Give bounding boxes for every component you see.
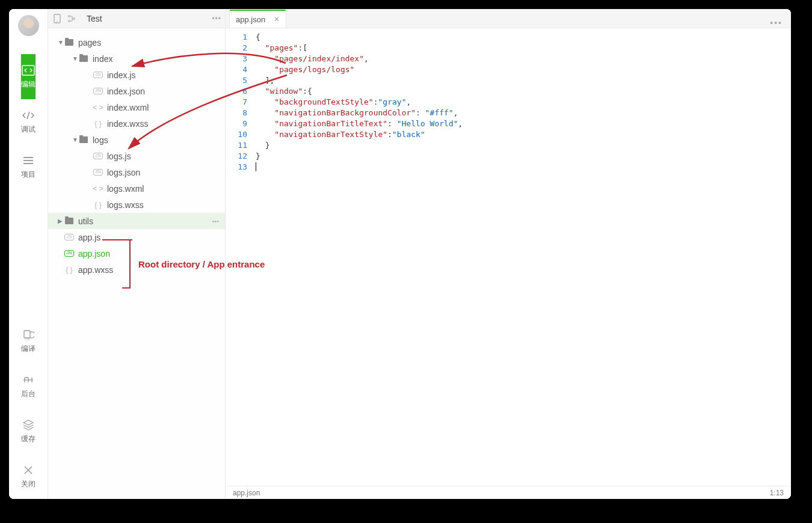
svg-point-13 xyxy=(73,17,75,19)
rail-label: 关闭 xyxy=(21,479,35,489)
tree-label: logs.wxss xyxy=(107,200,144,210)
folder-icon xyxy=(78,136,89,143)
tab-appjson[interactable]: app.json ✕ xyxy=(229,10,286,28)
tree-icon[interactable] xyxy=(66,13,77,24)
file-icon: JN xyxy=(93,169,103,176)
file-icon: { } xyxy=(64,266,75,274)
rail-icon xyxy=(22,373,35,387)
rail-bottom-2[interactable]: 缓存 xyxy=(21,409,35,454)
file-icon: JS xyxy=(93,153,103,159)
svg-point-10 xyxy=(57,20,58,22)
rail-icon xyxy=(22,418,35,432)
svg-rect-0 xyxy=(22,66,34,75)
tree-label: logs xyxy=(93,135,108,145)
more-icon[interactable]: ••• xyxy=(212,218,219,225)
file-logs.wxml[interactable]: < >logs.wxml xyxy=(48,180,225,197)
annotation-bracket xyxy=(122,240,131,289)
tree-label: index.wxml xyxy=(107,103,149,112)
rail-bottom-1[interactable]: 后台 xyxy=(21,364,35,409)
rail-item-1[interactable]: 调试 xyxy=(21,99,35,144)
tree-label: logs.wxml xyxy=(107,184,144,194)
tree-label: index.wxss xyxy=(107,119,148,129)
rail-icon: ○= xyxy=(22,328,35,341)
rail-icon xyxy=(22,64,35,77)
explorer-more-icon[interactable]: ••• xyxy=(212,14,221,23)
tree-label: index xyxy=(93,54,112,64)
code-editor[interactable]: 12345678910111213 { "pages":[ "pages/ind… xyxy=(226,28,791,486)
rail-icon xyxy=(22,463,35,477)
file-icon: { } xyxy=(93,201,103,209)
rail-item-0[interactable]: 编辑 xyxy=(21,54,35,99)
explorer-header: Test ••• xyxy=(48,9,225,28)
folder-icon xyxy=(64,218,75,224)
rail-label: 后台 xyxy=(21,389,35,399)
annotation-text: Root directory / App entrance xyxy=(138,259,265,269)
rail-item-2[interactable]: 项目 xyxy=(21,144,35,189)
chevron-icon: ▼ xyxy=(58,39,64,46)
tree-label: app.wxss xyxy=(78,265,113,275)
tree-label: app.js xyxy=(78,233,100,242)
file-icon: JS xyxy=(93,72,103,78)
file-index.js[interactable]: JSindex.js xyxy=(48,67,225,83)
file-icon: JN xyxy=(64,250,75,257)
rail-label: 调试 xyxy=(21,124,35,135)
tree-label: logs.json xyxy=(107,168,140,177)
rail-label: 编辑 xyxy=(21,79,35,90)
rail-label: 项目 xyxy=(21,170,35,180)
file-index.json[interactable]: JNindex.json xyxy=(48,83,225,99)
tree-label: utils xyxy=(78,216,93,226)
rail-label: 缓存 xyxy=(21,434,35,444)
annotation-bracket-top xyxy=(102,239,132,240)
rail-icon xyxy=(22,154,35,167)
folder-utils[interactable]: ▶utils••• xyxy=(48,213,225,229)
file-index.wxss[interactable]: { }index.wxss xyxy=(48,115,225,132)
svg-point-12 xyxy=(69,20,70,22)
file-icon: JN xyxy=(93,88,103,94)
file-logs.js[interactable]: JSlogs.js xyxy=(48,148,225,164)
code-content: { "pages":[ "pages/index/index", "pages/… xyxy=(256,32,791,486)
explorer-title: Test xyxy=(81,14,212,23)
file-explorer: Test ••• ▼pages▼indexJSindex.jsJNindex.j… xyxy=(48,9,226,499)
chevron-icon: ▼ xyxy=(72,136,78,143)
folder-logs[interactable]: ▼logs xyxy=(48,132,225,148)
file-app.js[interactable]: JSapp.js xyxy=(48,229,225,245)
close-icon[interactable]: ✕ xyxy=(274,15,280,23)
rail-bottom-0[interactable]: ○=编译 xyxy=(21,319,35,364)
file-icon: < > xyxy=(93,185,103,193)
avatar[interactable] xyxy=(18,15,39,36)
folder-pages[interactable]: ▼pages xyxy=(48,34,225,50)
rail-label: 编译 xyxy=(21,344,35,354)
rail-bottom-3[interactable]: 关闭 xyxy=(21,454,35,499)
rail-icon xyxy=(22,109,35,122)
file-icon: JS xyxy=(64,234,75,240)
tabs-more-icon[interactable]: ••• xyxy=(770,18,783,28)
tab-label: app.json xyxy=(236,15,265,24)
tree-label: pages xyxy=(78,38,101,47)
file-index.wxml[interactable]: < >index.wxml xyxy=(48,99,225,115)
chevron-icon: ▼ xyxy=(72,55,78,62)
folder-icon xyxy=(64,39,75,46)
svg-point-11 xyxy=(69,15,70,17)
status-filename: app.json xyxy=(233,489,770,497)
tree-label: logs.js xyxy=(107,151,131,161)
status-position: 1:13 xyxy=(770,489,784,497)
chevron-icon: ▶ xyxy=(58,218,64,224)
tree-label: index.js xyxy=(107,70,135,80)
left-rail: 编辑调试项目 ○=编译后台缓存关闭 xyxy=(9,9,48,499)
folder-icon xyxy=(78,55,89,62)
device-icon[interactable] xyxy=(52,13,63,24)
tab-bar: app.json ✕ ••• xyxy=(226,9,791,28)
svg-text:○=: ○= xyxy=(25,337,29,341)
file-icon: { } xyxy=(93,120,103,128)
file-icon: < > xyxy=(93,103,103,112)
editor-pane: app.json ✕ ••• 12345678910111213 { "page… xyxy=(226,9,791,499)
file-logs.wxss[interactable]: { }logs.wxss xyxy=(48,197,225,213)
folder-index[interactable]: ▼index xyxy=(48,50,225,67)
tree-label: app.json xyxy=(78,249,110,258)
file-logs.json[interactable]: JNlogs.json xyxy=(48,164,225,180)
tree-label: index.json xyxy=(107,87,145,96)
status-bar: app.json 1:13 xyxy=(226,486,791,499)
